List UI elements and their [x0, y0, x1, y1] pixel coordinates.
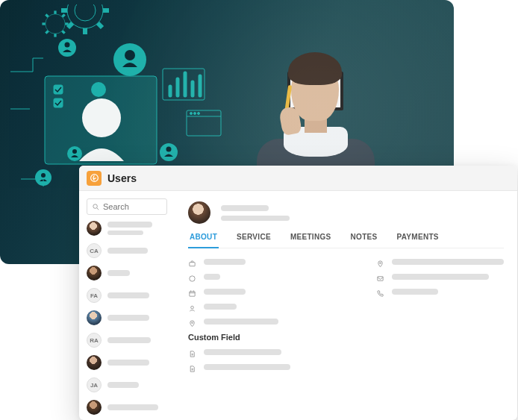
field-row [376, 287, 504, 295]
svg-line-20 [62, 31, 64, 33]
svg-point-57 [380, 263, 381, 264]
field-row [188, 363, 504, 371]
svg-line-18 [62, 14, 64, 16]
field-value-placeholder [204, 319, 278, 325]
tab-service[interactable]: SERVICE [235, 233, 272, 248]
detail-tabs: ABOUTSERVICEMEETINGSNOTESPAYMENTS [188, 233, 504, 248]
search-input[interactable] [103, 202, 162, 211]
users-sidebar: CAFARAJAJA [79, 191, 175, 420]
user-avatar: CA [87, 243, 102, 258]
svg-point-29 [160, 143, 178, 161]
tab-notes[interactable]: NOTES [349, 233, 379, 248]
user-icon [188, 302, 196, 310]
user-name-placeholder [107, 231, 143, 235]
user-avatar [87, 400, 102, 415]
user-list-item[interactable] [87, 400, 167, 415]
user-list-item[interactable]: CA [87, 243, 167, 258]
svg-point-41 [190, 113, 193, 115]
user-name-placeholder [107, 404, 158, 410]
user-name-placeholder [107, 222, 152, 228]
svg-line-17 [46, 14, 48, 16]
user-name-placeholder [107, 270, 130, 276]
svg-point-42 [194, 113, 196, 115]
users-panel: Users CAFARAJAJA ABOUTSERVICEMEETINGSNOT… [79, 166, 517, 420]
custom-fields-label: Custom Field [188, 333, 504, 342]
field-row [188, 272, 352, 280]
fields-left [188, 257, 352, 325]
svg-rect-45 [54, 98, 63, 107]
tab-meetings[interactable]: MEETINGS [289, 233, 333, 248]
field-row [188, 348, 504, 356]
phone-icon [376, 287, 384, 295]
svg-point-12 [46, 14, 65, 34]
svg-point-21 [113, 43, 146, 76]
user-list: CAFARAJAJA [87, 221, 167, 420]
svg-point-2 [67, 4, 103, 28]
field-row [376, 257, 504, 266]
svg-point-25 [91, 82, 106, 97]
tab-about[interactable]: ABOUT [188, 233, 219, 248]
user-name-placeholder [107, 337, 151, 343]
custom-fields [188, 348, 504, 371]
field-value-placeholder [204, 304, 237, 310]
user-avatar [87, 355, 102, 370]
field-value-placeholder [204, 364, 290, 370]
svg-point-56 [192, 322, 193, 324]
user-avatar [87, 221, 102, 236]
svg-point-22 [125, 50, 135, 60]
user-list-item[interactable] [87, 266, 167, 280]
field-row [188, 257, 352, 266]
svg-point-31 [35, 169, 52, 186]
svg-line-48 [97, 207, 99, 209]
sign-board: WOR HARD [287, 72, 343, 110]
user-name-placeholder [107, 382, 139, 388]
circle-icon [188, 272, 196, 280]
svg-point-50 [190, 276, 195, 281]
user-list-item[interactable]: RA [87, 333, 167, 348]
mail-icon [376, 272, 384, 280]
detail-header [188, 201, 504, 224]
user-name-placeholder [107, 248, 148, 254]
field-row [188, 302, 352, 310]
svg-point-43 [198, 113, 200, 115]
field-value-placeholder [392, 289, 438, 295]
tab-payments[interactable]: PAYMENTS [395, 233, 440, 248]
svg-point-27 [67, 146, 82, 161]
user-detail: ABOUTSERVICEMEETINGSNOTESPAYMENTS Custom… [175, 191, 517, 420]
svg-point-26 [96, 85, 101, 90]
search-icon [92, 203, 100, 211]
field-value-placeholder [392, 259, 504, 265]
sign-line1: WOR [296, 78, 334, 91]
user-list-item[interactable] [87, 355, 167, 370]
user-list-item[interactable]: FA [87, 288, 167, 303]
svg-point-23 [58, 39, 76, 57]
svg-point-55 [191, 306, 194, 309]
user-list-item[interactable] [87, 221, 167, 236]
svg-line-19 [46, 31, 48, 33]
calendar-icon [188, 287, 196, 295]
field-value-placeholder [204, 259, 246, 265]
sign-line2: HARD [296, 91, 334, 104]
svg-rect-58 [378, 277, 383, 281]
svg-point-24 [65, 43, 70, 48]
svg-rect-49 [190, 263, 195, 266]
user-name-placeholder [107, 315, 149, 321]
user-avatar: RA [87, 333, 102, 348]
user-list-item[interactable] [87, 310, 167, 325]
marker-icon [376, 257, 384, 266]
svg-point-32 [41, 173, 46, 178]
doc-icon [188, 363, 196, 371]
marker-icon [188, 317, 196, 325]
svg-line-11 [98, 23, 102, 28]
svg-point-1 [82, 98, 121, 137]
briefcase-icon [188, 257, 196, 266]
user-list-item[interactable]: JA [87, 377, 167, 392]
search-box[interactable] [87, 198, 167, 215]
svg-rect-39 [187, 110, 221, 136]
detail-avatar [188, 201, 210, 224]
detail-sub-placeholder [221, 216, 290, 221]
fields-right [376, 257, 504, 325]
field-row [188, 287, 352, 295]
user-avatar: FA [87, 288, 102, 303]
svg-line-10 [68, 23, 72, 28]
